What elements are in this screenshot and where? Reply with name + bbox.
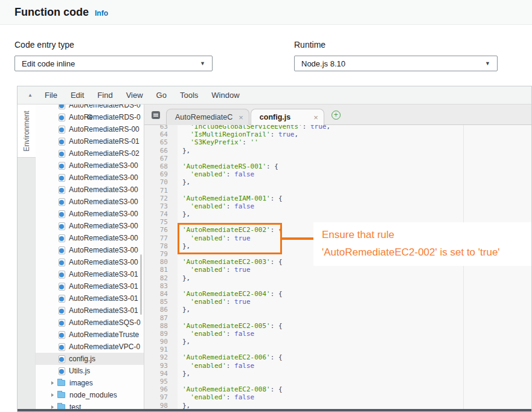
tree-item-AutoRemediateTruste[interactable]: AutoRemediateTruste (36, 329, 144, 341)
code-line[interactable]: 87 (144, 314, 531, 322)
annotation-line-1: Ensure that rule (322, 226, 531, 243)
code-line[interactable]: 90}, (144, 338, 531, 346)
line-number: 79 (144, 250, 178, 258)
code-text: 'enabled': false (178, 170, 254, 178)
tree-item-AutoRemediateRS-02[interactable]: AutoRemediateRS-02 (36, 147, 144, 159)
info-link[interactable]: Info (95, 9, 108, 18)
code-line[interactable]: 86}, (144, 306, 531, 314)
code-entry-type-select[interactable]: Edit code inline ▼ (14, 56, 213, 71)
code-line[interactable]: 84'AutoRemediateEC2-004': { (144, 290, 531, 298)
code-line[interactable]: 82}, (144, 274, 531, 282)
code-line[interactable]: 65 'S3KeyPrefix': '' (144, 138, 531, 146)
tree-item-AutoRemediateRDS-0[interactable]: AutoRemediateRDS-0 (36, 105, 144, 111)
code-line[interactable]: 68'AutoRemediateRS-001': { (144, 163, 531, 170)
tree-item-AutoRemediateS3-00[interactable]: AutoRemediateS3-00 (36, 208, 144, 220)
close-icon[interactable]: × (307, 113, 318, 122)
code-line[interactable]: 94}, (144, 370, 531, 378)
tree-item-AutoRemediateVPC-0[interactable]: AutoRemediateVPC-0 (36, 341, 144, 353)
tree-item-AutoRemediateS3-00[interactable]: AutoRemediateS3-00 (36, 232, 144, 244)
file-icon (59, 295, 65, 303)
code-editor-area[interactable]: 63 'IncludeGlobalServiceEvents': true,64… (144, 125, 531, 409)
code-text: 'AutoRemediateEC2-005': { (178, 322, 283, 330)
line-number: 73 (144, 202, 178, 210)
menu-view[interactable]: View (120, 91, 150, 100)
expand-caret-icon[interactable] (51, 381, 54, 385)
menu-find[interactable]: Find (91, 91, 119, 100)
code-line[interactable]: 74}, (144, 210, 531, 218)
code-line[interactable]: 97 'enabled': false (144, 393, 531, 401)
tree-item-AutoRemediateRDS-0[interactable]: AutoRemediateRDS-0⚙ (36, 111, 144, 123)
new-tab-plus-icon[interactable]: + (332, 111, 341, 120)
environment-side-tab-label: Environment (22, 111, 31, 151)
code-line[interactable]: 98}, (144, 402, 531, 409)
tree-item-AutoRemediateRS-00[interactable]: AutoRemediateRS-00 (36, 123, 144, 135)
menu-edit[interactable]: Edit (64, 91, 91, 100)
tree-item-label: AutoRemediateS3-00 (69, 234, 138, 242)
tree-item-Utils.js[interactable]: Utils.js (36, 365, 144, 377)
tree-item-test[interactable]: test (36, 401, 144, 409)
code-line[interactable]: 92'AutoRemediateEC2-006': { (144, 353, 531, 361)
tree-item-AutoRemediateS3-00[interactable]: AutoRemediateS3-00 (36, 220, 144, 232)
tree-item-AutoRemediateS3-00[interactable]: AutoRemediateS3-00 (36, 184, 144, 196)
tree-item-label: AutoRemediateS3-01 (69, 306, 138, 315)
code-text: 'enabled': false (178, 202, 254, 210)
code-line[interactable]: 66}, (144, 147, 531, 155)
code-line[interactable]: 70}, (144, 178, 531, 186)
code-line[interactable]: 93 'enabled': false (144, 362, 531, 370)
file-tree-items: AutoRemediateRDS-0AutoRemediateRDS-0⚙Aut… (36, 105, 144, 409)
menu-tools[interactable]: Tools (173, 91, 205, 100)
code-line[interactable]: 89 'enabled': false (144, 330, 531, 338)
menu-go[interactable]: Go (150, 91, 173, 100)
code-line[interactable]: 88'AutoRemediateEC2-005': { (144, 322, 531, 330)
code-line[interactable]: 72'AutoRemediateIAM-001': { (144, 195, 531, 202)
collapse-pane-icon[interactable]: ▲ (22, 92, 38, 98)
tab-config.js[interactable]: config.js× (251, 109, 324, 125)
tree-item-AutoRemediateS3-01[interactable]: AutoRemediateS3-01 (36, 304, 144, 317)
tree-item-AutoRemediateS3-01[interactable]: AutoRemediateS3-01 (36, 292, 144, 304)
tree-item-images[interactable]: images (36, 377, 144, 389)
code-line[interactable]: 91 (144, 346, 531, 353)
file-icon (59, 331, 65, 339)
tree-item-AutoRemediateS3-00[interactable]: AutoRemediateS3-00 (36, 244, 144, 256)
code-line[interactable]: 64 'IsMultiRegionTrail': true, (144, 130, 531, 138)
close-icon[interactable]: × (232, 113, 243, 122)
code-line[interactable]: 83 (144, 282, 531, 290)
code-line[interactable]: 67 (144, 155, 531, 163)
tree-item-config.js[interactable]: config.js (36, 353, 144, 365)
tab-AutoRemediateC[interactable]: AutoRemediateC× (166, 109, 249, 125)
runtime-select[interactable]: Node.js 8.10 ▼ (294, 56, 498, 71)
tree-item-node_modules[interactable]: node_modules (36, 389, 144, 401)
code-line[interactable]: 95 (144, 378, 531, 385)
code-editor-window: ▲ FileEditFindViewGoToolsWindow Environm… (17, 86, 532, 412)
code-line[interactable]: 71 (144, 187, 531, 195)
annotation-callout: Ensure that rule 'AutoRemediateEC2-002' … (313, 222, 531, 266)
line-number: 78 (144, 242, 178, 250)
line-number: 63 (144, 125, 178, 130)
tree-item-AutoRemediateRS-01[interactable]: AutoRemediateRS-01 (36, 135, 144, 147)
code-line[interactable]: 96'AutoRemediateEC2-008': { (144, 385, 531, 393)
editor-panel: AutoRemediateC×config.js× + 63 'IncludeG… (144, 105, 531, 409)
tree-item-AutoRemediateSQS-0[interactable]: AutoRemediateSQS-0 (36, 317, 144, 329)
tree-item-AutoRemediateS3-01[interactable]: AutoRemediateS3-01 (36, 268, 144, 280)
code-line[interactable]: 73 'enabled': false (144, 202, 531, 210)
code-line[interactable]: 85 'enabled': true (144, 298, 531, 306)
code-line[interactable]: 63 'IncludeGlobalServiceEvents': true, (144, 125, 531, 130)
file-icon (59, 246, 65, 254)
tree-item-AutoRemediateS3-00[interactable]: AutoRemediateS3-00 (36, 172, 144, 184)
expand-caret-icon[interactable] (51, 393, 54, 397)
tree-item-AutoRemediateS3-00[interactable]: AutoRemediateS3-00 (36, 159, 144, 172)
menu-window[interactable]: Window (205, 91, 246, 100)
tree-item-AutoRemediateS3-00[interactable]: AutoRemediateS3-00 (36, 256, 144, 268)
code-text (178, 282, 182, 290)
environment-side-tab[interactable]: Environment (18, 105, 36, 158)
line-number: 77 (144, 234, 178, 242)
tab-list-icon[interactable] (152, 111, 160, 119)
code-line[interactable]: 69 'enabled': false (144, 170, 531, 178)
code-line[interactable]: 81 'enabled': true (144, 266, 531, 274)
line-number: 88 (144, 322, 178, 330)
line-number: 94 (144, 370, 178, 378)
tree-scrollbar[interactable] (140, 254, 142, 315)
menu-file[interactable]: File (38, 91, 64, 100)
tree-item-AutoRemediateS3-00[interactable]: AutoRemediateS3-00 (36, 196, 144, 208)
tree-item-AutoRemediateS3-01[interactable]: AutoRemediateS3-01 (36, 280, 144, 292)
